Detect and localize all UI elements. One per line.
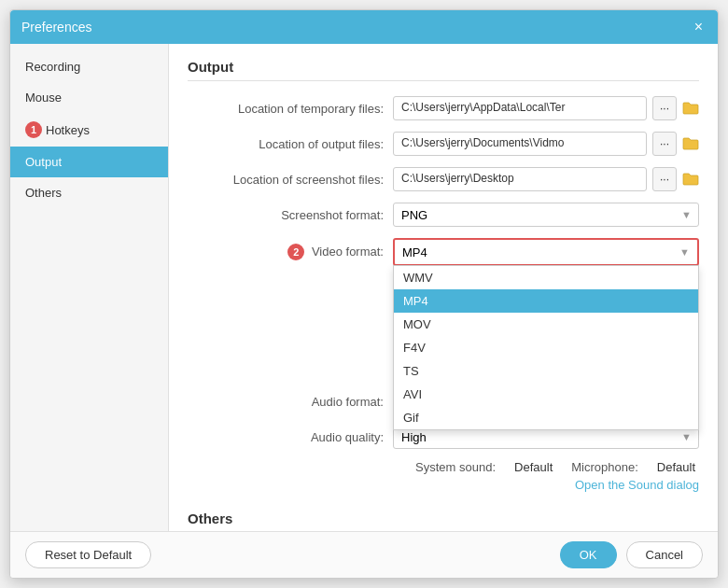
video-format-dropdown: WMV MP4 MOV F4V TS AVI Gif xyxy=(393,265,699,430)
sidebar-label-hotkeys: Hotkeys xyxy=(46,123,90,137)
sidebar-item-output[interactable]: Output xyxy=(10,147,168,177)
output-files-path: C:\Users\jerry\Documents\Vidmo xyxy=(393,132,647,156)
temp-files-folder-button[interactable] xyxy=(682,96,699,120)
screenshot-files-dots-button[interactable]: ··· xyxy=(652,167,677,191)
video-format-display[interactable]: MP4 xyxy=(395,240,697,264)
main-content: Output Location of temporary files: C:\U… xyxy=(169,44,718,531)
output-files-control: C:\Users\jerry\Documents\Vidmo ··· xyxy=(393,132,699,156)
microphone-value: Default xyxy=(657,460,695,474)
dropdown-item-mov[interactable]: MOV xyxy=(394,313,698,336)
sidebar: Recording Mouse 1 Hotkeys Output Others xyxy=(10,44,169,531)
hotkeys-badge: 1 xyxy=(25,121,42,138)
temp-files-dots-button[interactable]: ··· xyxy=(652,96,677,120)
temp-files-label: Location of temporary files: xyxy=(188,102,384,116)
dialog-title: Preferences xyxy=(21,20,91,35)
content-area: Recording Mouse 1 Hotkeys Output Others … xyxy=(10,44,718,531)
screenshot-format-row: Screenshot format: PNG JPG BMP ▼ xyxy=(188,203,699,227)
audio-quality-label: Audio quality: xyxy=(188,430,384,444)
system-sound-label: System sound: xyxy=(415,460,496,474)
step2-badge: 2 xyxy=(287,244,304,260)
temp-files-path: C:\Users\jerry\AppData\Local\Ter xyxy=(393,96,647,120)
screenshot-files-folder-button[interactable] xyxy=(682,167,699,191)
temp-files-control: C:\Users\jerry\AppData\Local\Ter ··· xyxy=(393,96,699,120)
preferences-dialog: Preferences × Recording Mouse 1 Hotkeys … xyxy=(9,9,719,579)
footer-right-buttons: OK Cancel xyxy=(560,541,703,568)
screenshot-files-path: C:\Users\jerry\Desktop xyxy=(393,167,647,191)
screenshot-format-select[interactable]: PNG JPG BMP xyxy=(393,203,699,227)
screenshot-files-row: Location of screenshot files: C:\Users\j… xyxy=(188,167,699,191)
screenshot-format-control: PNG JPG BMP ▼ xyxy=(393,203,699,227)
sidebar-label-recording: Recording xyxy=(25,60,80,74)
dropdown-item-wmv[interactable]: WMV xyxy=(394,266,698,289)
dropdown-item-f4v[interactable]: F4V xyxy=(394,336,698,359)
sidebar-label-output: Output xyxy=(25,155,62,169)
others-section: Others xyxy=(188,511,699,531)
sidebar-label-mouse: Mouse xyxy=(25,91,62,105)
dropdown-item-ts[interactable]: TS xyxy=(394,359,698,383)
video-format-row: 2 Video format: MP4 ▼ WMV MP4 MOV F4V TS xyxy=(188,238,699,266)
system-sound-row: System sound: Default Microphone: Defaul… xyxy=(188,460,699,474)
close-button[interactable]: × xyxy=(691,18,707,36)
output-files-dots-button[interactable]: ··· xyxy=(652,132,677,156)
sidebar-label-others: Others xyxy=(25,186,62,200)
video-format-control: MP4 ▼ WMV MP4 MOV F4V TS AVI Gif xyxy=(393,238,699,266)
system-sound-value: Default xyxy=(514,460,553,474)
titlebar: Preferences × xyxy=(10,10,718,44)
screenshot-format-label: Screenshot format: xyxy=(188,208,384,222)
cancel-button[interactable]: Cancel xyxy=(626,541,703,568)
screenshot-files-control: C:\Users\jerry\Desktop ··· xyxy=(393,167,699,191)
sidebar-item-others[interactable]: Others xyxy=(10,177,168,208)
others-section-title: Others xyxy=(188,511,699,531)
sidebar-item-recording[interactable]: Recording xyxy=(10,51,168,82)
sidebar-item-mouse[interactable]: Mouse xyxy=(10,82,168,113)
screenshot-files-label: Location of screenshot files: xyxy=(188,173,384,187)
temp-files-row: Location of temporary files: C:\Users\je… xyxy=(188,96,699,120)
dropdown-item-avi[interactable]: AVI xyxy=(394,383,698,406)
video-format-label: 2 Video format: xyxy=(188,244,384,260)
dropdown-item-gif[interactable]: Gif xyxy=(394,406,698,429)
reset-to-default-button[interactable]: Reset to Default xyxy=(25,541,151,568)
video-format-select-wrapper: MP4 ▼ WMV MP4 MOV F4V TS AVI Gif xyxy=(393,238,699,266)
output-files-row: Location of output files: C:\Users\jerry… xyxy=(188,132,699,156)
ok-button[interactable]: OK xyxy=(560,541,617,568)
screenshot-format-select-container: PNG JPG BMP ▼ xyxy=(393,203,699,227)
dropdown-item-mp4[interactable]: MP4 xyxy=(394,289,698,313)
footer: Reset to Default OK Cancel xyxy=(10,531,718,578)
audio-format-label: Audio format: xyxy=(188,395,384,409)
output-files-label: Location of output files: xyxy=(188,137,384,151)
microphone-label: Microphone: xyxy=(571,460,638,474)
sidebar-item-hotkeys[interactable]: 1 Hotkeys xyxy=(10,113,168,147)
output-section-title: Output xyxy=(188,59,699,81)
output-files-folder-button[interactable] xyxy=(682,132,699,156)
open-sound-link[interactable]: Open the Sound dialog xyxy=(188,478,699,492)
